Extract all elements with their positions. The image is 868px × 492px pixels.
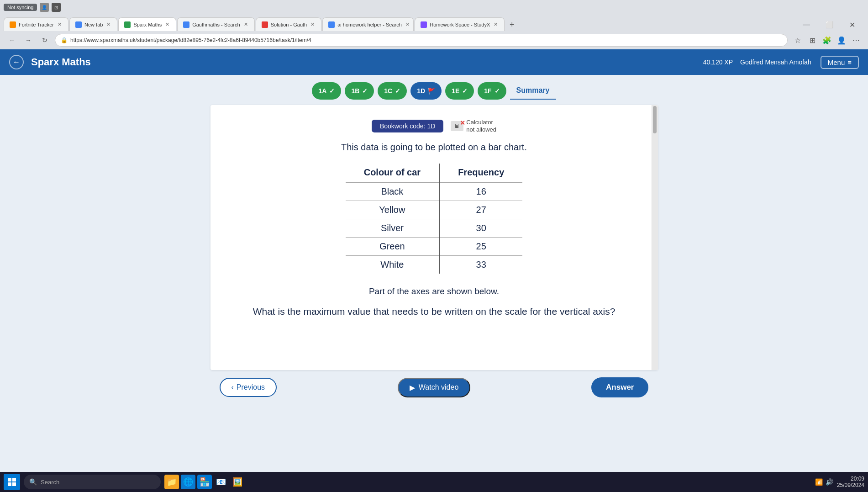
taskbar-file-explorer[interactable]: 📁 <box>164 475 179 489</box>
more-options-icon[interactable]: ⋯ <box>850 34 863 47</box>
scrollbar-thumb[interactable] <box>653 106 657 133</box>
table-colour-4: Green <box>346 238 439 256</box>
start-button[interactable] <box>4 474 20 490</box>
gauth-solution-favicon <box>262 21 268 28</box>
task-tab-1B[interactable]: 1B ✓ <box>345 82 374 100</box>
prev-arrow-icon: ‹ <box>231 383 234 391</box>
task-summary-label: Summary <box>516 86 550 95</box>
task-1B-check: ✓ <box>362 87 368 95</box>
tab-gauth-solution[interactable]: Solution - Gauth ✕ <box>256 17 322 31</box>
taskbar-store[interactable]: 🏪 <box>197 475 212 489</box>
back-button[interactable]: ← <box>5 34 18 47</box>
calculator-text: Calculator not allowed <box>466 119 496 133</box>
homework-space-favicon <box>421 21 427 28</box>
extensions-icon[interactable]: ⊡ <box>52 3 61 12</box>
tab-gauthmaths[interactable]: Gauthmaths - Search ✕ <box>177 17 255 31</box>
table-colour-5: White <box>346 256 439 274</box>
taskbar-date-text: 25/09/2024 <box>837 482 864 488</box>
menu-button[interactable]: Menu ≡ <box>821 56 859 69</box>
table-colour-3: Silver <box>346 219 439 238</box>
tab-homework-space[interactable]: Homework Space - StudyX ✕ <box>415 17 505 31</box>
browser-action-icons: ☆ ⊞ 🧩 👤 ⋯ <box>791 34 863 47</box>
reload-button[interactable]: ↻ <box>38 34 51 47</box>
extensions-toolbar-icon[interactable]: 🧩 <box>821 34 833 47</box>
table-row: Green 25 <box>346 238 523 256</box>
tab-newtab-close[interactable]: ✕ <box>105 21 111 27</box>
task-tab-1A[interactable]: 1A ✓ <box>312 82 341 100</box>
table-freq-1: 16 <box>439 183 522 201</box>
table-row: Silver 30 <box>346 219 523 238</box>
previous-button[interactable]: ‹ Previous <box>220 378 277 397</box>
bookwork-badge: Bookwork code: 1D <box>372 120 443 132</box>
menu-label: Menu <box>828 58 845 66</box>
table-freq-5: 33 <box>439 256 522 274</box>
task-tab-1E[interactable]: 1E ✓ <box>445 82 474 100</box>
video-icon: ▶ <box>410 383 415 392</box>
url-bar[interactable]: 🔒 https://www.sparxmaths.uk/student/pack… <box>55 34 788 47</box>
taskbar-search-label: Search <box>41 479 59 486</box>
task-tab-summary[interactable]: Summary <box>510 82 556 100</box>
title-bar: Not syncing 👤 ⊡ <box>0 0 868 15</box>
bookwork-row: Bookwork code: 1D 🖩 ✕ Calculator not all… <box>229 119 640 133</box>
sub-text: Part of the axes are shown below. <box>229 286 640 296</box>
close-window-button[interactable]: ✕ <box>842 18 863 31</box>
sparx-back-button[interactable]: ← <box>9 55 24 69</box>
task-tab-1F[interactable]: 1F ✓ <box>478 82 506 100</box>
calculator-x-icon: ✕ <box>460 119 465 127</box>
title-bar-left: Not syncing 👤 ⊡ <box>4 3 61 12</box>
table-freq-2: 27 <box>439 201 522 219</box>
task-1D-flag: 🚩 <box>428 88 435 95</box>
svg-rect-2 <box>8 482 11 486</box>
intro-text: This data is going to be plotted on a ba… <box>229 142 640 153</box>
tab-ai-homework-close[interactable]: ✕ <box>405 21 410 27</box>
gauthmaths-favicon <box>183 21 189 28</box>
task-1A-check: ✓ <box>329 87 335 95</box>
forward-button[interactable]: → <box>22 34 35 47</box>
task-tab-1C[interactable]: 1C ✓ <box>378 82 407 100</box>
taskbar-search[interactable]: 🔍 Search <box>24 475 161 489</box>
tab-sparx-close[interactable]: ✕ <box>164 21 170 27</box>
table-colour-2: Yellow <box>346 201 439 219</box>
watch-video-button[interactable]: ▶ Watch video <box>398 378 470 397</box>
tab-fortnite[interactable]: Fortnite Tracker ✕ <box>4 17 68 31</box>
tab-sparx[interactable]: Sparx Maths ✕ <box>118 17 176 31</box>
new-tab-button[interactable]: + <box>505 18 518 31</box>
star-icon[interactable]: ☆ <box>791 34 804 47</box>
table-header-colour: Colour of car <box>346 164 439 183</box>
minimize-button[interactable]: — <box>796 18 817 31</box>
table-row: Black 16 <box>346 183 523 201</box>
sparx-header: ← Sparx Maths 40,120 XP Godfred Mensah A… <box>0 49 868 75</box>
system-icons: 📶 🔊 <box>815 478 833 486</box>
table-header-frequency: Frequency <box>439 164 522 183</box>
profile-toolbar-icon[interactable]: 👤 <box>835 34 848 47</box>
table-row: Yellow 27 <box>346 201 523 219</box>
tab-homework-space-label: Homework Space - StudyX <box>430 22 490 27</box>
taskbar-photos[interactable]: 🖼️ <box>230 475 245 489</box>
task-1B-label: 1B <box>351 87 359 95</box>
maximize-button[interactable]: ⬜ <box>819 18 840 31</box>
tab-homework-space-close[interactable]: ✕ <box>493 21 499 27</box>
task-tab-1D[interactable]: 1D 🚩 <box>410 82 442 100</box>
taskbar-right: 📶 🔊 20:09 25/09/2024 <box>815 476 864 488</box>
taskbar-mail[interactable]: 📧 <box>214 475 228 489</box>
table-row: White 33 <box>346 256 523 274</box>
task-1A-label: 1A <box>318 87 326 95</box>
tab-gauthmaths-close[interactable]: ✕ <box>243 21 249 27</box>
taskbar: 🔍 Search 📁 🌐 🏪 📧 🖼️ 📶 🔊 20:09 25/09/2024 <box>0 472 868 492</box>
collections-icon[interactable]: ⊞ <box>806 34 819 47</box>
scrollbar[interactable] <box>652 105 658 370</box>
tab-newtab[interactable]: New tab ✕ <box>69 17 117 31</box>
profile-icon[interactable]: 👤 <box>40 3 49 12</box>
task-1E-check: ✓ <box>462 87 468 95</box>
answer-button[interactable]: Answer <box>591 377 648 397</box>
taskbar-clock: 20:09 25/09/2024 <box>837 476 864 488</box>
fortnite-favicon <box>10 21 16 28</box>
tab-ai-homework[interactable]: ai homework helper - Search ✕ <box>322 17 414 31</box>
hamburger-icon: ≡ <box>847 58 852 66</box>
tab-ai-homework-label: ai homework helper - Search <box>337 22 402 27</box>
tab-newtab-label: New tab <box>84 22 103 27</box>
taskbar-edge[interactable]: 🌐 <box>181 475 195 489</box>
tab-fortnite-close[interactable]: ✕ <box>57 21 63 27</box>
tab-gauth-solution-label: Solution - Gauth <box>271 22 307 27</box>
tab-gauth-solution-close[interactable]: ✕ <box>310 21 316 27</box>
